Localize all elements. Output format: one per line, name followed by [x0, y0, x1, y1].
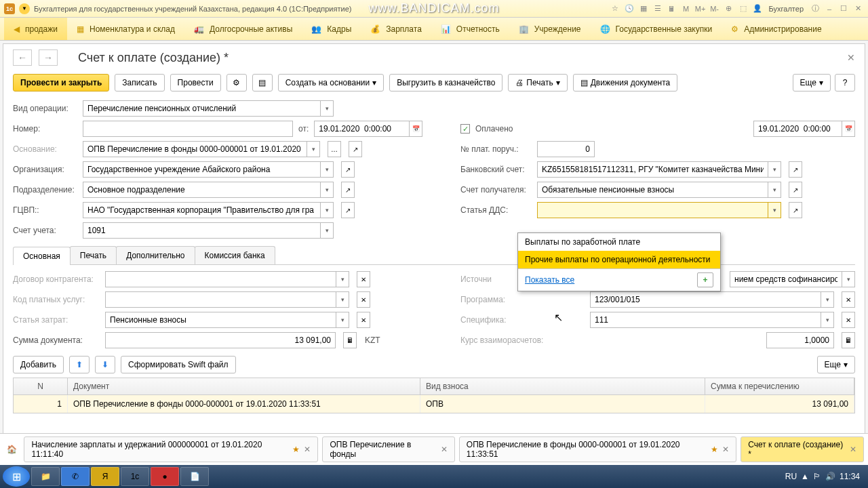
home-icon[interactable]: 🏠	[4, 445, 20, 454]
close-btn[interactable]: ✕	[852, 3, 864, 15]
inp-schet-uch[interactable]	[83, 222, 320, 239]
dd-gcvp[interactable]: ▾	[320, 202, 334, 218]
clock[interactable]: 11:34	[840, 472, 860, 481]
tool-icon[interactable]: ☰	[652, 3, 664, 15]
x-stat[interactable]: ✕	[357, 312, 370, 328]
tool-icon[interactable]: ▦	[637, 3, 650, 15]
inp-podr[interactable]	[83, 182, 320, 198]
max-btn[interactable]: ☐	[837, 3, 850, 15]
th-vid[interactable]: Вид взноса	[420, 378, 705, 394]
btab-2[interactable]: ОПВ Перечисление в фонды✕	[322, 436, 454, 462]
menu-zarplata[interactable]: 💰Зарплата	[361, 18, 431, 40]
taskbar-app[interactable]: 📄	[180, 467, 209, 486]
date-picker-icon[interactable]: 📅	[409, 121, 422, 137]
date2-picker-icon[interactable]: 📅	[842, 121, 855, 137]
btn-provesti[interactable]: Провести	[170, 74, 221, 92]
inp-osnovanie[interactable]	[83, 141, 307, 157]
tray-icon[interactable]: 🔊	[825, 472, 835, 481]
inp-vid-operacii[interactable]	[83, 100, 320, 117]
ext-dds[interactable]: ↗	[789, 202, 802, 218]
dd-stat[interactable]: ▾	[336, 312, 349, 328]
dds-show-all[interactable]: Показать все	[525, 275, 574, 285]
inp-schet-pol[interactable]	[537, 182, 768, 198]
btab-4[interactable]: Счет к оплате (создание) *✕	[741, 436, 864, 462]
inp-kurs[interactable]	[766, 332, 834, 348]
tool-icon[interactable]: ☆	[609, 3, 621, 15]
dds-opt2[interactable]: Прочие выплаты по операционной деятельно…	[518, 251, 720, 268]
btn-dvizheniya[interactable]: ▤ Движения документа	[573, 74, 678, 92]
dd-kod[interactable]: ▾	[336, 291, 349, 308]
btn-pechat[interactable]: 🖨 Печать ▾	[508, 74, 567, 92]
ext-podr[interactable]: ↗	[341, 182, 355, 198]
inp-istoch[interactable]	[730, 271, 842, 287]
tool-icon[interactable]: M+	[694, 3, 707, 15]
lang-indicator[interactable]: RU	[785, 472, 797, 481]
menu-admin[interactable]: ⚙Администрирование	[722, 18, 831, 40]
btn-sozdat[interactable]: Создать на основании ▾	[278, 74, 384, 92]
calc-summa[interactable]: 🖩	[343, 332, 357, 348]
dds-opt1[interactable]: Выплаты по заработной плате	[518, 233, 720, 251]
dd-podr[interactable]: ▾	[320, 182, 334, 198]
inp-prog[interactable]	[590, 291, 821, 308]
inp-date1[interactable]	[314, 121, 409, 137]
inp-stat[interactable]	[105, 312, 336, 328]
ext-schet-pol[interactable]: ↗	[789, 182, 802, 198]
tool-icon[interactable]: ⬚	[737, 3, 749, 15]
dd-istoch[interactable]: ▾	[842, 271, 855, 287]
tab-komissiya[interactable]: Комиссия банка	[195, 246, 275, 264]
dd-osnovanie[interactable]: ▾	[307, 141, 320, 157]
btn-eshe[interactable]: Еще ▾	[793, 74, 831, 92]
ext-osnovanie[interactable]: …	[328, 141, 341, 157]
nav-back[interactable]: ←	[13, 49, 32, 66]
inp-noplat[interactable]	[537, 141, 595, 157]
taskbar-app[interactable]: 1c	[121, 467, 149, 486]
dd-spec[interactable]: ▾	[821, 312, 834, 328]
btn-swift[interactable]: Сформировать Swift файл	[121, 356, 236, 373]
dd-schet-pol[interactable]: ▾	[768, 182, 781, 198]
btab-3[interactable]: ОПВ Перечисление в фонды 0000-000001 от …	[459, 436, 736, 462]
inp-dds[interactable]	[537, 202, 768, 218]
min-btn[interactable]: –	[823, 3, 835, 15]
th-summa[interactable]: Сумма к перечислению	[705, 378, 854, 394]
inp-summa[interactable]	[105, 332, 336, 348]
x-spec[interactable]: ✕	[842, 312, 855, 328]
dropdown-icon[interactable]: ▼	[19, 3, 30, 14]
th-doc[interactable]: Документ	[68, 378, 420, 394]
x-dogovor[interactable]: ✕	[357, 271, 370, 287]
btn-list-icon[interactable]: ▤	[252, 74, 273, 92]
start-button[interactable]: ⊞	[3, 466, 30, 487]
dd-org[interactable]: ▾	[320, 161, 334, 178]
nav-fwd[interactable]: →	[39, 49, 58, 66]
menu-kadry[interactable]: 👥Кадры	[302, 18, 361, 40]
ext-org[interactable]: ↗	[341, 161, 355, 178]
taskbar-app[interactable]: ●	[151, 467, 179, 486]
btn-provesti-zakryt[interactable]: Провести и закрыть	[13, 74, 109, 92]
taskbar-app[interactable]: ✆	[61, 467, 90, 486]
btn-dobavit[interactable]: Добавить	[13, 356, 64, 373]
x-prog[interactable]: ✕	[842, 291, 855, 308]
th-n[interactable]: N	[14, 378, 68, 394]
inp-kod[interactable]	[105, 291, 336, 308]
btn-zapisat[interactable]: Записать	[115, 74, 164, 92]
dd-vid-operacii[interactable]: ▾	[320, 100, 334, 117]
tray-icon[interactable]: ▲	[801, 472, 809, 481]
tray-icon[interactable]: 🏳	[813, 472, 821, 481]
ext-osnovanie2[interactable]: ↗	[349, 141, 362, 157]
menu-dolgosroch[interactable]: 🚛Долгосрочные активы	[184, 18, 302, 40]
dds-add-btn[interactable]: +	[697, 272, 713, 287]
tab-pechat[interactable]: Печать	[70, 246, 117, 264]
dd-dogovor[interactable]: ▾	[336, 271, 349, 287]
btn-down-icon[interactable]: ⬇	[95, 356, 115, 373]
dd-prog[interactable]: ▾	[821, 291, 834, 308]
tool-icon[interactable]: M-	[709, 3, 721, 15]
dd-bank[interactable]: ▾	[768, 161, 781, 178]
btn-help[interactable]: ?	[835, 74, 855, 92]
inp-dogovor[interactable]	[105, 271, 336, 287]
x-kod[interactable]: ✕	[357, 291, 370, 308]
ext-bank[interactable]: ↗	[789, 161, 802, 178]
tool-icon[interactable]: ⊕	[723, 3, 735, 15]
inp-bank[interactable]	[537, 161, 768, 178]
menu-goszakup[interactable]: 🌐Государственные закупки	[591, 18, 722, 40]
dd-dds[interactable]: ▾	[768, 202, 781, 218]
btn-up-icon[interactable]: ⬆	[69, 356, 90, 373]
